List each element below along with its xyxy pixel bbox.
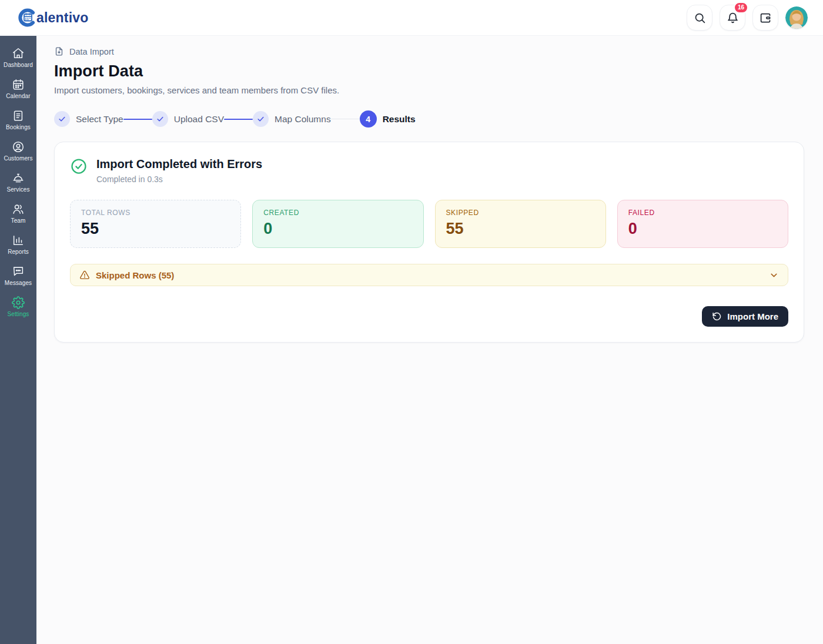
gear-icon (12, 296, 25, 309)
skipped-rows-accordion[interactable]: Skipped Rows (55) (70, 264, 788, 286)
notifications-button[interactable]: 16 (720, 5, 745, 31)
top-actions: 16 (687, 5, 808, 31)
stat-label: TOTAL ROWS (81, 209, 230, 217)
step-label: Results (383, 114, 416, 125)
step-check-icon (152, 111, 168, 127)
warning-triangle-icon (79, 270, 90, 280)
search-button[interactable] (687, 5, 712, 31)
step-check-icon (253, 111, 269, 127)
step-select-type[interactable]: Select Type (54, 111, 123, 127)
brand-c-mark-icon (16, 7, 38, 28)
step-label: Select Type (76, 114, 123, 125)
sidebar: Dashboard Calendar Bookings (0, 36, 36, 644)
user-avatar[interactable] (785, 6, 808, 29)
sidebar-item-label: Settings (8, 311, 29, 317)
step-number: 4 (360, 110, 377, 128)
sidebar-item-label: Customers (4, 155, 32, 162)
top-bar: alentivo 16 (0, 0, 823, 36)
stat-value: 55 (81, 220, 230, 238)
stat-created: CREATED 0 (252, 200, 423, 248)
step-connector (224, 119, 253, 120)
sidebar-item-label: Team (11, 217, 26, 224)
messages-icon (12, 265, 25, 278)
wallet-button[interactable] (752, 5, 778, 31)
sidebar-item-messages[interactable]: Messages (0, 260, 36, 291)
stat-value: 0 (628, 220, 777, 238)
breadcrumb[interactable]: Data Import (54, 46, 804, 56)
stats-grid: TOTAL ROWS 55 CREATED 0 SKIPPED 55 FAILE… (70, 200, 788, 248)
team-icon (12, 203, 25, 216)
bell-icon (727, 12, 739, 24)
stat-label: SKIPPED (446, 209, 595, 217)
step-map-columns[interactable]: Map Columns (253, 111, 331, 127)
stat-skipped: SKIPPED 55 (435, 200, 606, 248)
brand-wordmark: alentivo (36, 10, 89, 26)
result-title: Import Completed with Errors (96, 157, 262, 171)
sidebar-item-calendar[interactable]: Calendar (0, 73, 36, 104)
step-label: Map Columns (275, 114, 331, 125)
success-check-icon (70, 157, 88, 175)
sidebar-item-settings[interactable]: Settings (0, 291, 36, 322)
main-content: Data Import Import Data Import customers… (36, 36, 823, 644)
home-icon (12, 47, 25, 60)
bar-chart-icon (12, 234, 25, 247)
file-import-icon (54, 46, 64, 56)
page-subtitle: Import customers, bookings, services and… (54, 85, 804, 95)
search-icon (694, 12, 706, 24)
sidebar-item-label: Services (6, 186, 29, 193)
step-connector (123, 119, 152, 120)
result-duration: Completed in 0.3s (96, 175, 262, 184)
stat-value: 0 (263, 220, 412, 238)
sidebar-item-dashboard[interactable]: Dashboard (0, 42, 36, 73)
step-label: Upload CSV (174, 114, 224, 125)
sidebar-item-label: Reports (8, 249, 29, 255)
sidebar-item-label: Dashboard (4, 62, 33, 68)
import-more-label: Import More (727, 311, 778, 321)
import-more-button[interactable]: Import More (702, 306, 788, 327)
sidebar-item-bookings[interactable]: Bookings (0, 104, 36, 135)
stat-label: CREATED (263, 209, 412, 217)
sidebar-item-reports[interactable]: Reports (0, 229, 36, 260)
stat-failed: FAILED 0 (617, 200, 788, 248)
import-stepper: Select Type Upload CSV Map Columns 4 Res… (54, 110, 804, 128)
wallet-icon (760, 12, 772, 24)
sidebar-item-customers[interactable]: Customers (0, 135, 36, 166)
service-bell-icon (12, 172, 25, 185)
breadcrumb-label: Data Import (69, 47, 114, 56)
stat-total-rows: TOTAL ROWS 55 (70, 200, 241, 248)
import-results-card: Import Completed with Errors Completed i… (54, 142, 804, 343)
notification-count-badge: 16 (734, 2, 748, 14)
step-results[interactable]: 4 Results (360, 110, 416, 128)
skipped-rows-label: Skipped Rows (55) (96, 270, 174, 280)
rotate-ccw-icon (712, 311, 722, 321)
step-check-icon (54, 111, 70, 127)
chevron-down-icon (769, 270, 779, 280)
page-title: Import Data (54, 62, 804, 80)
stat-value: 55 (446, 220, 595, 238)
stat-label: FAILED (628, 209, 777, 217)
brand-logo[interactable]: alentivo (16, 7, 89, 28)
bookings-icon (12, 109, 25, 122)
sidebar-item-services[interactable]: Services (0, 166, 36, 197)
sidebar-item-label: Calendar (6, 93, 30, 99)
step-upload-csv[interactable]: Upload CSV (152, 111, 224, 127)
sidebar-item-team[interactable]: Team (0, 197, 36, 229)
sidebar-item-label: Messages (5, 280, 32, 286)
customer-icon (12, 140, 25, 153)
sidebar-item-label: Bookings (6, 124, 31, 130)
step-connector (331, 119, 360, 120)
calendar-icon (12, 78, 25, 91)
